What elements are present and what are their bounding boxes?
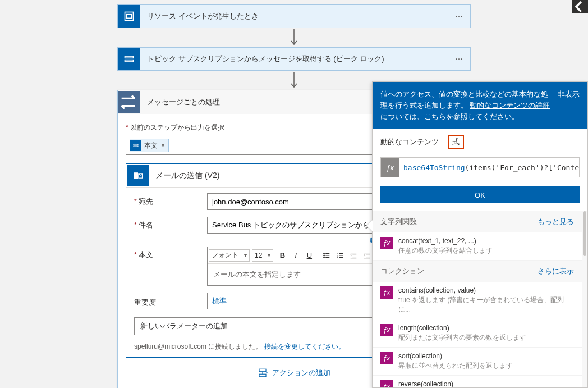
underline-button[interactable]: U [302, 249, 316, 262]
function-desc: 配列または文字列内の要素の数を返します [398, 333, 526, 343]
event-grid-icon [118, 5, 140, 28]
ok-button[interactable]: OK [380, 186, 580, 203]
tab-expression[interactable]: 式 [448, 135, 464, 149]
section-more-link[interactable]: さらに表示 [538, 266, 574, 276]
expression-input[interactable]: ƒx base64ToString(items('For_each')?['Co… [380, 157, 580, 177]
trigger-step[interactable]: リソース イベントが発生したとき ··· [117, 4, 471, 28]
subject-label: * 件名 [134, 217, 207, 230]
svg-rect-14 [259, 369, 266, 372]
service-bus-icon [130, 140, 141, 151]
expression-panel: 値へのアクセス、値の変換と比較などの基本的な処理を行う式を追加します。 動的なコ… [372, 81, 588, 388]
panel-pointer [367, 220, 373, 231]
function-name: length(collection) [398, 324, 526, 332]
panel-header-text: 値へのアクセス、値の変換と比較などの基本的な処理を行う式を追加します。 動的なコ… [380, 89, 552, 122]
arrow-down-icon [0, 28, 588, 47]
function-list: 文字列関数もっと見るƒxconcat(text_1, text_2?, ...)… [373, 211, 587, 387]
left-arrow-icon[interactable] [572, 0, 588, 13]
section-title: コレクション [380, 266, 424, 276]
bold-button[interactable]: B [275, 249, 289, 262]
svg-rect-4 [134, 144, 138, 145]
fx-icon: ƒx [380, 324, 393, 336]
importance-label: 重要度 [134, 294, 207, 308]
fx-icon: ƒx [380, 237, 393, 249]
function-item[interactable]: ƒxcontains(collection, value)true を返します … [373, 282, 582, 319]
hide-panel-button[interactable]: 非表示 [558, 89, 580, 122]
more-icon[interactable]: ··· [448, 54, 470, 64]
more-icon[interactable]: ··· [448, 11, 470, 21]
svg-rect-3 [125, 60, 134, 62]
to-label: * 宛先 [134, 193, 207, 207]
loop-icon [118, 91, 140, 113]
add-step-icon [258, 368, 268, 378]
svg-point-8 [324, 253, 325, 254]
bullet-list-button[interactable] [320, 249, 333, 262]
fx-icon: ƒx [380, 380, 393, 387]
body-token[interactable]: 本文 × [130, 139, 169, 152]
change-connection-link[interactable]: 接続を変更してください。 [264, 343, 345, 350]
token-label: 本文 [144, 141, 158, 150]
function-item[interactable]: ƒxreverse(collection)コレクションを逆の順序で返します [373, 376, 582, 387]
body-label: * 本文 [134, 247, 207, 260]
get-messages-step[interactable]: トピック サブスクリプションからメッセージを取得する (ピーク ロック) ··· [117, 47, 471, 71]
function-desc: true を返します (辞書にキーが含まれている場合、配列に... [398, 295, 574, 314]
number-list-button[interactable]: 123 [333, 249, 347, 262]
svg-point-10 [324, 257, 325, 258]
tab-dynamic-content[interactable]: 動的なコンテンツ [380, 137, 439, 147]
function-desc: 任意の数の文字列を結合します [398, 246, 493, 255]
italic-button[interactable]: I [289, 249, 302, 262]
function-desc: 昇順に並べ替えられた配列を返します [398, 361, 513, 371]
font-family-select[interactable]: フォント▾ [209, 249, 250, 262]
section-title: 文字列関数 [380, 217, 417, 227]
function-item[interactable]: ƒxsort(collection)昇順に並べ替えられた配列を返します [373, 348, 582, 376]
svg-rect-6 [134, 172, 139, 179]
function-name: sort(collection) [398, 352, 513, 360]
fx-icon: ƒx [381, 158, 399, 177]
remove-token-icon[interactable]: × [161, 141, 165, 149]
fx-icon: ƒx [380, 352, 393, 364]
function-name: concat(text_1, text_2?, ...) [398, 237, 493, 245]
outlook-icon [127, 165, 149, 186]
outdent-button[interactable] [347, 249, 360, 262]
trigger-title: リソース イベントが発生したとき [140, 11, 448, 21]
function-item[interactable]: ƒxlength(collection)配列または文字列内の要素の数を返します [373, 319, 582, 348]
svg-rect-15 [259, 374, 266, 377]
scrollbar[interactable] [583, 211, 586, 387]
svg-rect-2 [125, 56, 134, 58]
font-size-select[interactable]: 12▾ [252, 249, 273, 262]
function-name: reverse(collection) [398, 380, 506, 387]
section-more-link[interactable]: もっと見る [538, 217, 574, 227]
fx-icon: ƒx [380, 286, 393, 299]
svg-text:3: 3 [337, 256, 338, 259]
service-bus-icon [118, 48, 140, 70]
svg-rect-5 [134, 146, 138, 147]
add-action-button[interactable]: アクションの追加 [258, 368, 330, 378]
svg-rect-1 [127, 15, 131, 19]
get-messages-title: トピック サブスクリプションからメッセージを取得する (ピーク ロック) [140, 54, 448, 64]
function-item[interactable]: ƒxconcat(text_1, text_2?, ...)任意の数の文字列を結… [373, 232, 582, 261]
svg-rect-0 [125, 12, 134, 21]
svg-point-9 [324, 254, 325, 255]
function-name: contains(collection, value) [398, 286, 574, 294]
